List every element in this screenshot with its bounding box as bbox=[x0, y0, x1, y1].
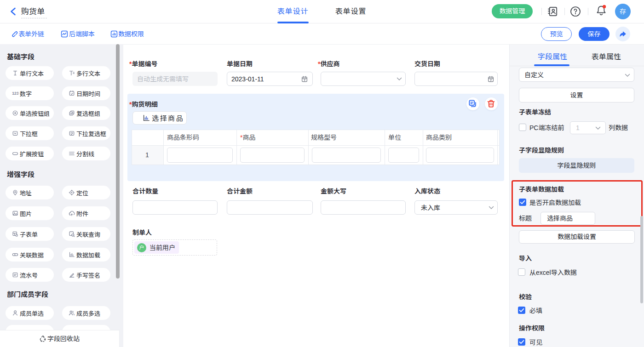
svg-text:123: 123 bbox=[12, 91, 18, 96]
